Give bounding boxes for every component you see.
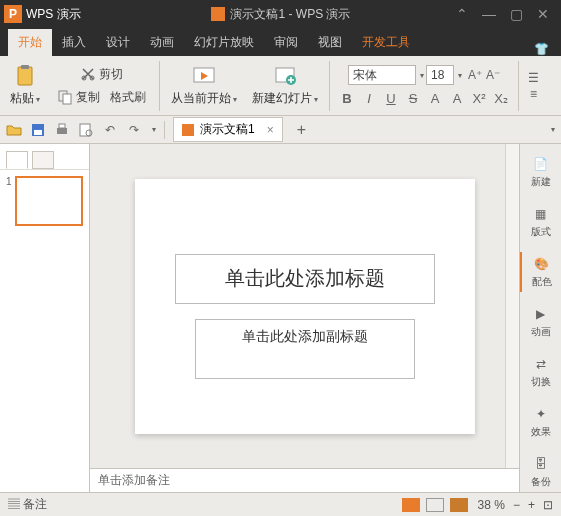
sidepane-transition-label: 切换: [531, 375, 551, 389]
from-current-button[interactable]: 从当前开始▾: [165, 62, 243, 109]
title-bar: P WPS 演示 演示文稿1 - WPS 演示 ⌃ — ▢ ✕: [0, 0, 561, 28]
new-tab-button[interactable]: +: [291, 121, 312, 139]
zoom-in-icon[interactable]: +: [528, 498, 535, 512]
presentation-icon: [182, 124, 194, 136]
tab-start[interactable]: 开始: [8, 29, 52, 56]
status-bar: ▤ 备注 38 % − + ⊡: [0, 492, 561, 516]
fit-window-icon[interactable]: ⊡: [543, 498, 553, 512]
ribbon-collapse-icon[interactable]: ⌃: [456, 6, 468, 22]
new-slide-button[interactable]: 新建幻灯片▾: [246, 62, 324, 109]
copy-button[interactable]: 复制: [53, 87, 104, 108]
decrease-font-icon[interactable]: A⁻: [486, 68, 500, 82]
sidepane-backup[interactable]: 🗄 备份: [520, 452, 561, 492]
bold-button[interactable]: B: [339, 91, 355, 106]
maximize-icon[interactable]: ▢: [510, 6, 523, 22]
app-logo-icon: P: [4, 5, 22, 23]
view-slideshow-icon[interactable]: [450, 498, 468, 512]
sidepane-color[interactable]: 🎨 配色: [520, 252, 561, 292]
strike-button[interactable]: S: [405, 91, 421, 106]
view-normal-icon[interactable]: [402, 498, 420, 512]
thumbnail-tab-slides[interactable]: [6, 151, 28, 169]
minimize-icon[interactable]: —: [482, 6, 496, 22]
subtitle-placeholder[interactable]: 单击此处添加副标题: [195, 319, 415, 379]
font-name-input[interactable]: [348, 65, 416, 85]
sidepane-new[interactable]: 📄 新建: [520, 152, 561, 192]
thumbnail-tab-outline[interactable]: [32, 151, 54, 169]
notes-toggle[interactable]: ▤ 备注: [8, 496, 47, 513]
close-tab-icon[interactable]: ×: [267, 123, 274, 137]
title-placeholder[interactable]: 单击此处添加标题: [175, 254, 435, 304]
align-icon[interactable]: ≡: [530, 87, 537, 101]
tab-view[interactable]: 视图: [308, 29, 352, 56]
font-color-button[interactable]: A: [427, 91, 443, 106]
backup-icon: 🗄: [532, 455, 550, 473]
skin-icon[interactable]: 👕: [522, 42, 561, 56]
underline-button[interactable]: U: [383, 91, 399, 106]
print-preview-icon[interactable]: [78, 122, 94, 138]
palette-icon: 🎨: [533, 255, 551, 273]
svg-rect-0: [18, 67, 32, 85]
svg-rect-12: [59, 124, 65, 128]
sidepane-layout[interactable]: ▦ 版式: [520, 202, 561, 242]
vertical-scrollbar[interactable]: [505, 144, 519, 468]
tab-animation[interactable]: 动画: [140, 29, 184, 56]
superscript-button[interactable]: X²: [471, 91, 487, 106]
font-group: ▾ ▾ A⁺ A⁻ B I U S A A X² X₂: [335, 63, 513, 108]
zoom-out-icon[interactable]: −: [513, 498, 520, 512]
document-tab[interactable]: 演示文稿1 ×: [173, 117, 283, 142]
slide-area: 单击此处添加标题 单击此处添加副标题 单击添加备注: [90, 144, 519, 492]
tab-review[interactable]: 审阅: [264, 29, 308, 56]
tab-overflow-icon[interactable]: ▾: [551, 125, 555, 134]
window-title: 演示文稿1 - WPS 演示: [210, 6, 350, 23]
subscript-button[interactable]: X₂: [493, 91, 509, 106]
increase-font-icon[interactable]: A⁺: [468, 68, 482, 82]
sidepane-layout-label: 版式: [531, 225, 551, 239]
transition-icon: ⇄: [532, 355, 550, 373]
separator: [329, 61, 330, 111]
separator: [518, 61, 519, 111]
font-size-input[interactable]: [426, 65, 454, 85]
close-icon[interactable]: ✕: [537, 6, 549, 22]
sidepane-transition[interactable]: ⇄ 切换: [520, 352, 561, 392]
svg-rect-11: [57, 128, 67, 134]
font-size-dropdown-icon[interactable]: ▾: [458, 71, 462, 80]
new-doc-icon: 📄: [532, 155, 550, 173]
slide-canvas[interactable]: 单击此处添加标题 单击此处添加副标题: [135, 179, 475, 434]
font-name-dropdown-icon[interactable]: ▾: [420, 71, 424, 80]
sidepane-backup-label: 备份: [531, 475, 551, 489]
cut-button[interactable]: 剪切: [76, 64, 127, 85]
separator: [159, 61, 160, 111]
italic-button[interactable]: I: [361, 91, 377, 106]
scissors-icon: [80, 66, 96, 82]
clipboard-group: 剪切 复制 格式刷: [49, 62, 154, 110]
tab-dev[interactable]: 开发工具: [352, 29, 420, 56]
animation-icon: ▶: [532, 305, 550, 323]
sidepane-effect[interactable]: ✦ 效果: [520, 402, 561, 442]
window-controls: ⌃ — ▢ ✕: [456, 6, 557, 22]
effect-icon: ✦: [532, 405, 550, 423]
qat-expand-icon[interactable]: ▾: [152, 125, 156, 134]
slide-thumbnail[interactable]: [15, 176, 83, 226]
tab-design[interactable]: 设计: [96, 29, 140, 56]
task-pane: 📄 新建 ▦ 版式 🎨 配色 ▶ 动画 ⇄ 切换 ✦ 效果 🗄 备份: [519, 144, 561, 492]
highlight-button[interactable]: A: [449, 91, 465, 106]
tab-insert[interactable]: 插入: [52, 29, 96, 56]
new-slide-icon: [273, 64, 297, 88]
sidepane-animation[interactable]: ▶ 动画: [520, 302, 561, 342]
notes-pane[interactable]: 单击添加备注: [90, 468, 519, 492]
sidepane-new-label: 新建: [531, 175, 551, 189]
sidepane-animation-label: 动画: [531, 325, 551, 339]
tab-slideshow[interactable]: 幻灯片放映: [184, 29, 264, 56]
from-current-label: 从当前开始: [171, 91, 231, 105]
print-icon[interactable]: [54, 122, 70, 138]
sidepane-effect-label: 效果: [531, 425, 551, 439]
format-painter-button[interactable]: 格式刷: [106, 87, 150, 108]
open-icon[interactable]: [6, 122, 22, 138]
redo-icon[interactable]: ↷: [126, 122, 142, 138]
bullets-icon[interactable]: ☰: [528, 71, 539, 85]
paste-button[interactable]: 粘贴▾: [4, 62, 46, 109]
save-icon[interactable]: [30, 122, 46, 138]
undo-icon[interactable]: ↶: [102, 122, 118, 138]
svg-rect-5: [63, 94, 71, 104]
view-sorter-icon[interactable]: [426, 498, 444, 512]
